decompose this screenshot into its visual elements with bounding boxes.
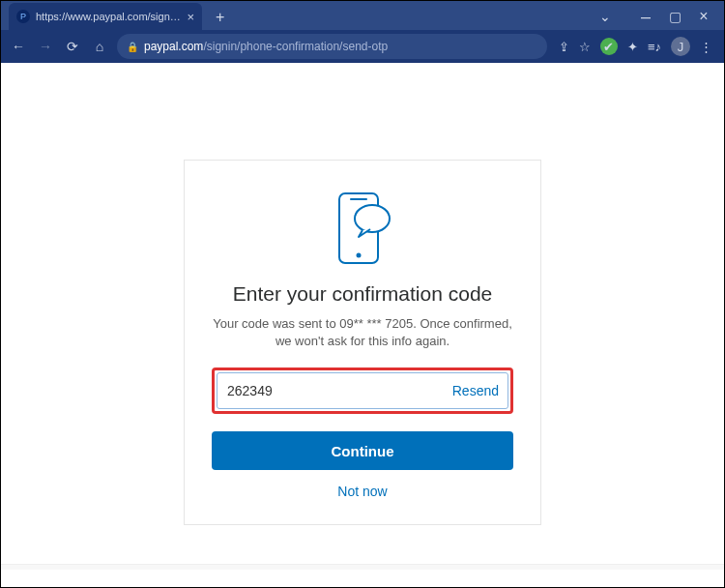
maximize-window-icon[interactable]: ▢ <box>660 3 689 30</box>
reading-list-icon[interactable]: ≡♪ <box>648 40 661 54</box>
address-bar[interactable]: 🔒 paypal.com/signin/phone-confirmation/s… <box>117 34 547 59</box>
forward-icon[interactable]: → <box>36 39 55 54</box>
profile-avatar[interactable]: J <box>671 37 690 56</box>
browser-tab-strip: P https://www.paypal.com/signin/p × + ⌄ … <box>1 1 724 30</box>
close-window-icon[interactable]: × <box>689 3 718 30</box>
new-tab-button[interactable]: + <box>210 9 230 30</box>
url-path: /signin/phone-confirmation/send-otp <box>203 40 388 53</box>
resend-link[interactable]: Resend <box>452 383 499 398</box>
svg-point-3 <box>355 205 390 232</box>
paypal-favicon: P <box>16 10 30 23</box>
chevron-down-icon[interactable]: ⌄ <box>591 3 620 30</box>
home-icon[interactable]: ⌂ <box>90 39 109 54</box>
card-heading: Enter your confirmation code <box>233 282 492 306</box>
reload-icon[interactable]: ⟳ <box>63 39 82 54</box>
kebab-menu-icon[interactable]: ⋮ <box>700 40 712 54</box>
minimize-window-icon[interactable]: – <box>631 3 660 30</box>
tab-title: https://www.paypal.com/signin/p <box>36 11 181 22</box>
continue-button[interactable]: Continue <box>212 431 513 470</box>
url-domain: paypal.com <box>144 40 203 53</box>
page-footer: Contact Us Privacy Legal Policy Updates … <box>1 564 724 570</box>
page-content: Enter your confirmation code Your code w… <box>1 63 724 570</box>
share-icon[interactable]: ⇪ <box>559 40 569 54</box>
phone-sms-icon <box>332 191 393 265</box>
star-icon[interactable]: ☆ <box>579 40 591 54</box>
back-icon[interactable]: ← <box>9 39 28 54</box>
code-input-highlight: Resend <box>212 368 513 414</box>
confirmation-card: Enter your confirmation code Your code w… <box>184 160 541 525</box>
svg-point-2 <box>357 253 362 258</box>
extensions-icon[interactable]: ✦ <box>627 40 638 54</box>
toolbar-right: ⇪ ☆ ✔ ✦ ≡♪ J ⋮ <box>555 37 716 56</box>
close-tab-icon[interactable]: × <box>187 10 194 24</box>
window-controls: ⌄ – ▢ × <box>591 3 724 30</box>
shield-check-icon[interactable]: ✔ <box>600 38 618 55</box>
lock-icon: 🔒 <box>127 42 138 52</box>
browser-tab-active[interactable]: P https://www.paypal.com/signin/p × <box>9 3 202 30</box>
not-now-link[interactable]: Not now <box>337 484 387 499</box>
browser-nav-bar: ← → ⟳ ⌂ 🔒 paypal.com/signin/phone-confir… <box>1 30 724 63</box>
card-subtext: Your code was sent to 09** *** 7205. Onc… <box>212 315 513 350</box>
